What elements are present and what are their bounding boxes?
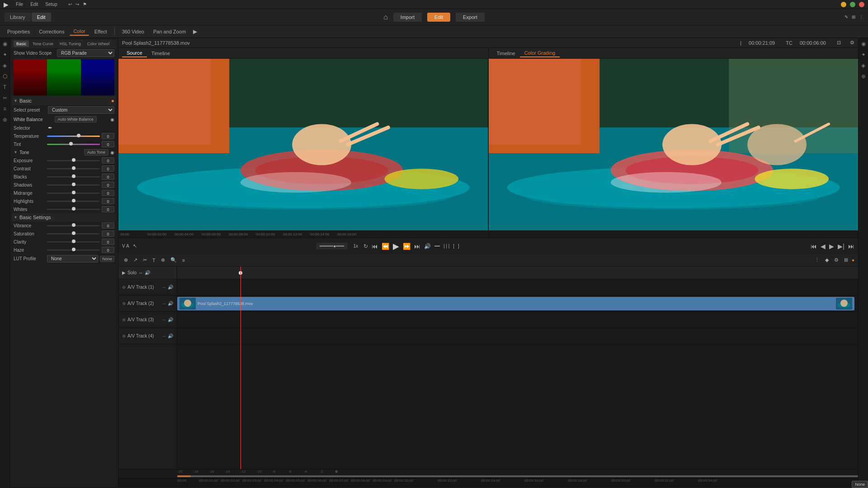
track-1-lock-icon[interactable]: ⊕: [122, 285, 126, 290]
lut-select[interactable]: None: [47, 255, 98, 263]
right-icon-3[interactable]: ◈: [859, 61, 868, 70]
tint-value[interactable]: 0: [102, 141, 114, 147]
clarity-slider[interactable]: [47, 241, 100, 243]
contrast-value[interactable]: 0: [102, 165, 114, 172]
layout-icon[interactable]: ⊞: [852, 14, 855, 19]
exposure-thumb[interactable]: [72, 158, 75, 162]
track-2-link-icon[interactable]: ↔: [162, 301, 166, 306]
saturation-value[interactable]: 0: [102, 230, 114, 237]
menu-setup[interactable]: Setup: [45, 2, 57, 7]
maximize-button[interactable]: [850, 2, 855, 7]
track-4-speaker-icon[interactable]: 🔊: [168, 333, 173, 338]
settings-icon[interactable]: ✎: [844, 14, 848, 19]
highlights-thumb[interactable]: [72, 199, 75, 202]
timeline-lock-icon[interactable]: ⊕: [122, 256, 130, 264]
tab-color-wheel[interactable]: Color Wheel: [85, 41, 113, 47]
midrange-slider[interactable]: [47, 192, 100, 194]
timeline-settings-icon[interactable]: ⚙: [832, 256, 840, 264]
toolbar-properties[interactable]: Properties: [4, 28, 33, 35]
side-icon-2[interactable]: ✦: [1, 51, 9, 59]
timeline-select-icon[interactable]: ↗: [132, 256, 139, 264]
cg-skip-start[interactable]: ⏮: [811, 243, 817, 250]
basic-settings-header[interactable]: ▼ Basic Settings: [12, 213, 116, 221]
color-grading-tab[interactable]: Color Grading: [520, 49, 560, 57]
timeline-markers-icon[interactable]: ◆: [823, 256, 830, 264]
haze-thumb[interactable]: [72, 248, 75, 251]
transport-skip-end-icon[interactable]: ⏭: [414, 243, 420, 250]
cg-skip-end[interactable]: ⏭: [848, 243, 854, 250]
temperature-slider[interactable]: [47, 136, 100, 137]
shadows-value[interactable]: 0: [102, 182, 114, 188]
saturation-thumb[interactable]: [72, 231, 75, 235]
vibrance-thumb[interactable]: [72, 223, 75, 227]
track-2-row[interactable]: Pool Splash2_117778538.mov: [177, 296, 858, 312]
auto-white-balance-button[interactable]: Auto White Balance: [55, 116, 97, 122]
whites-slider[interactable]: [47, 209, 100, 210]
menu-file[interactable]: File: [16, 2, 23, 7]
track-4-row[interactable]: [177, 328, 858, 344]
side-icon-7[interactable]: ≡: [1, 105, 9, 113]
track-2-speaker-icon[interactable]: 🔊: [168, 301, 173, 306]
clarity-value[interactable]: 0: [102, 239, 114, 245]
tab-basic[interactable]: Basic: [14, 41, 29, 47]
library-tab[interactable]: Library: [5, 13, 31, 22]
track-3-link-icon[interactable]: ↔: [162, 317, 166, 322]
side-icon-1[interactable]: ◉: [1, 40, 9, 48]
side-icon-color[interactable]: ⬡: [1, 72, 9, 80]
track-4-lock-icon[interactable]: ⊕: [122, 333, 126, 338]
vibrance-slider[interactable]: [47, 225, 100, 226]
main-clip[interactable]: Pool Splash2_117778538.mov: [177, 297, 854, 310]
toolbar-more-icon[interactable]: ▶: [193, 28, 197, 35]
home-button[interactable]: ⌂: [383, 13, 388, 21]
transport-cursor-icon[interactable]: ↖: [133, 243, 137, 249]
timeline-tab-cg[interactable]: Timeline: [492, 50, 520, 57]
shadows-slider[interactable]: [47, 184, 100, 186]
right-icon-1[interactable]: ◉: [859, 40, 868, 48]
edit-button[interactable]: Edit: [427, 13, 450, 22]
scope-type-select[interactable]: RGB Parade: [57, 49, 114, 57]
temperature-value[interactable]: 0: [102, 133, 114, 139]
transport-loop-icon[interactable]: ↻: [363, 243, 368, 249]
highlights-slider[interactable]: [47, 201, 100, 202]
monitor-icon[interactable]: ⊡: [837, 40, 841, 46]
contrast-thumb[interactable]: [72, 166, 75, 170]
tab-tone-curve[interactable]: Tone Curve: [30, 41, 56, 47]
blacks-thumb[interactable]: [72, 174, 75, 178]
basic-section-header[interactable]: ▼ Basic ●: [12, 96, 116, 105]
right-icon-4[interactable]: ⊕: [859, 72, 868, 80]
side-icon-5[interactable]: T: [1, 83, 9, 91]
haze-slider[interactable]: [47, 249, 100, 251]
contrast-slider[interactable]: [47, 168, 100, 169]
vibrance-value[interactable]: 0: [102, 222, 114, 229]
blacks-slider[interactable]: [47, 176, 100, 178]
midrange-value[interactable]: 0: [102, 190, 114, 196]
solo-icon[interactable]: ▶: [122, 270, 126, 275]
close-button[interactable]: [859, 2, 864, 7]
temperature-thumb[interactable]: [77, 134, 80, 137]
solo-track-icon[interactable]: ↔: [138, 270, 143, 275]
timeline-more-tools[interactable]: ≡: [180, 257, 187, 264]
solo-speaker-icon[interactable]: 🔊: [145, 270, 150, 275]
transport-fast-fwd-icon[interactable]: ⏩: [403, 243, 410, 250]
timeline-razor-icon[interactable]: ✂: [141, 256, 149, 264]
track-4-link-icon[interactable]: ↔: [162, 333, 166, 338]
midrange-thumb[interactable]: [72, 191, 75, 194]
highlights-value[interactable]: 0: [102, 198, 114, 204]
toolbar-pan-zoom[interactable]: Pan and Zoom: [150, 28, 189, 35]
tab-hsl-tuning[interactable]: HSL Tuning: [57, 41, 84, 47]
tint-thumb[interactable]: [69, 142, 73, 145]
track-1-speaker-icon[interactable]: 🔊: [168, 285, 173, 290]
shadows-thumb[interactable]: [72, 183, 75, 186]
cg-next-frame[interactable]: ▶|: [838, 243, 844, 250]
transport-out-point[interactable]: ]: [458, 244, 459, 249]
right-icon-2[interactable]: ✦: [859, 51, 868, 59]
side-icon-8[interactable]: ⊕: [1, 116, 9, 124]
transport-play-button[interactable]: ▶: [393, 241, 399, 251]
white-balance-header[interactable]: White Balance Auto White Balance ◉: [12, 115, 116, 124]
transport-skip-start-icon[interactable]: ⏮: [372, 243, 378, 250]
toolbar-color[interactable]: Color: [70, 28, 89, 36]
timeline-text-icon[interactable]: T: [151, 257, 157, 264]
timeline-zoom-icon[interactable]: 🔍: [169, 256, 179, 264]
lut-apply-button[interactable]: None: [100, 256, 114, 262]
transport-in-point[interactable]: [: [453, 244, 454, 249]
